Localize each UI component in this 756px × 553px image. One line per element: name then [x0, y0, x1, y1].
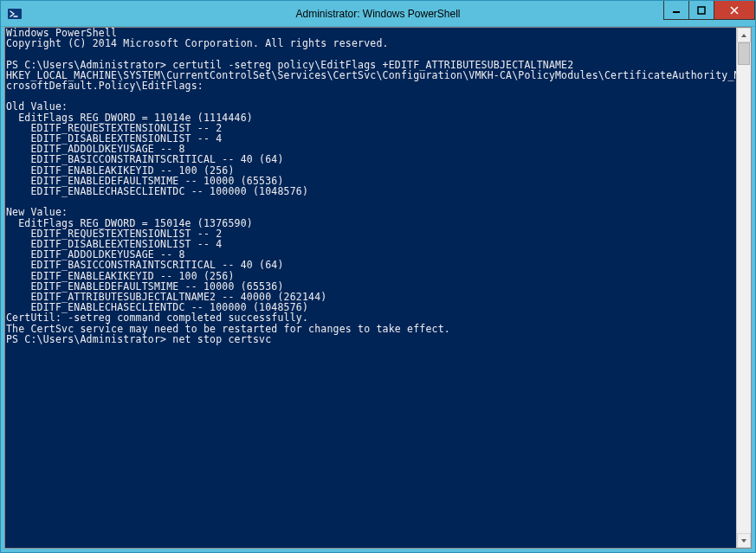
powershell-window: Administrator: Windows PowerShell Window…	[0, 0, 756, 553]
scroll-down-arrow-icon[interactable]	[737, 533, 751, 548]
svg-rect-2	[698, 7, 705, 14]
close-button[interactable]	[714, 1, 755, 20]
console-output[interactable]: Windows PowerShell Copyright (C) 2014 Mi…	[5, 28, 736, 548]
scrollbar-track[interactable]	[737, 42, 751, 533]
scroll-up-arrow-icon[interactable]	[737, 28, 751, 42]
line: Copyright (C) 2014 Microsoft Corporation…	[6, 37, 389, 49]
client-area: Windows PowerShell Copyright (C) 2014 Mi…	[4, 27, 752, 549]
line: crosoftDefault.Policy\EditFlags:	[6, 80, 204, 92]
window-controls	[664, 1, 755, 20]
line: EDITF_ENABLECHASECLIENTDC -- 100000 (104…	[6, 185, 308, 197]
minimize-button[interactable]	[663, 1, 689, 20]
maximize-button[interactable]	[688, 1, 714, 20]
scrollbar-thumb[interactable]	[738, 42, 750, 65]
window-title: Administrator: Windows PowerShell	[1, 8, 755, 20]
vertical-scrollbar[interactable]	[736, 28, 751, 548]
titlebar[interactable]: Administrator: Windows PowerShell	[1, 1, 755, 27]
line: PS C:\Users\Administrator> net stop cert…	[6, 333, 271, 345]
powershell-icon	[8, 7, 22, 21]
cursor	[271, 334, 277, 344]
